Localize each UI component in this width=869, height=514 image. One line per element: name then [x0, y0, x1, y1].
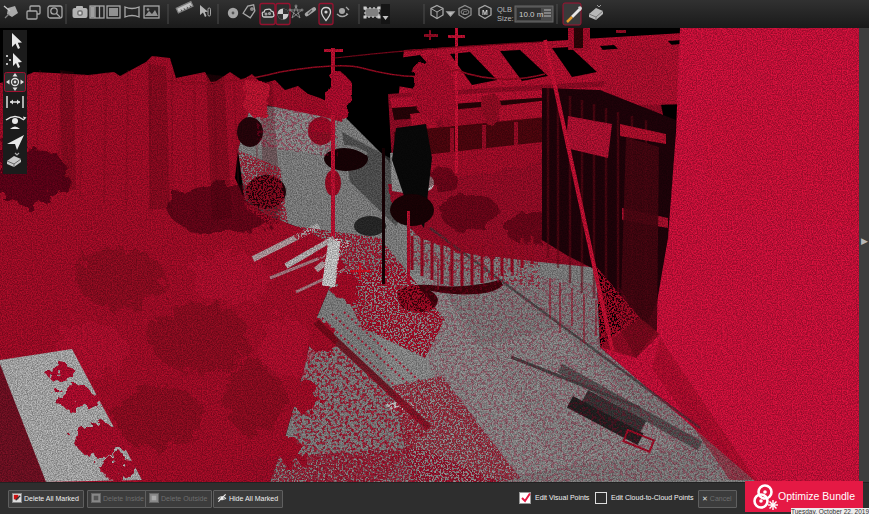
svg-text:M: M [482, 9, 488, 16]
svg-text:10.0 m: 10.0 m [519, 10, 544, 19]
svg-text:QLB: QLB [497, 5, 512, 14]
svg-text:C: C [463, 10, 468, 16]
svg-text:Size:: Size: [497, 14, 514, 23]
